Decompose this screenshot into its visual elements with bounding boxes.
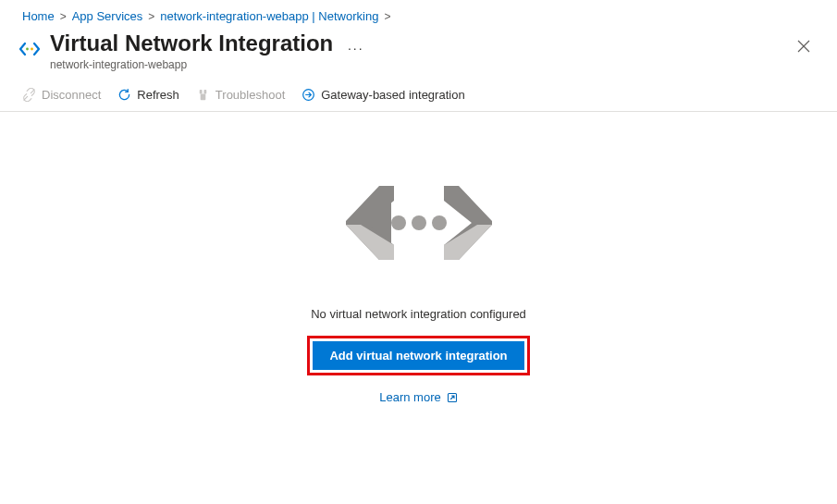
svg-point-8 (391, 215, 406, 230)
svg-rect-2 (200, 90, 203, 94)
vnet-icon (18, 38, 41, 63)
vnet-large-icon (340, 167, 498, 281)
refresh-icon (117, 88, 131, 102)
svg-point-0 (26, 48, 29, 51)
add-vnet-integration-button[interactable]: Add virtual network integration (313, 341, 523, 370)
page-title: Virtual Network Integration (50, 31, 333, 56)
toolbar: Disconnect Refresh Troubleshoot Gateway-… (0, 71, 837, 112)
empty-state-message: No virtual network integration configure… (311, 307, 526, 321)
learn-more-link[interactable]: Learn more (379, 390, 457, 404)
breadcrumb: Home > App Services > network-integratio… (0, 0, 837, 31)
breadcrumb-app-services[interactable]: App Services (72, 9, 143, 23)
svg-point-1 (31, 48, 33, 51)
troubleshoot-button: Troubleshoot (196, 88, 285, 102)
refresh-button[interactable]: Refresh (117, 88, 179, 102)
arrow-circle-icon (302, 88, 315, 102)
troubleshoot-icon (196, 88, 210, 102)
chevron-right-icon: > (60, 10, 67, 23)
svg-point-9 (412, 215, 426, 230)
page-subtitle: network-integration-webapp (50, 58, 819, 71)
refresh-label: Refresh (137, 88, 179, 102)
more-actions-button[interactable]: ··· (348, 41, 364, 55)
chevron-right-icon: > (384, 10, 390, 23)
svg-rect-4 (201, 94, 206, 101)
chevron-right-icon: > (148, 10, 154, 23)
gateway-integration-label: Gateway-based integration (321, 88, 464, 102)
gateway-integration-button[interactable]: Gateway-based integration (302, 88, 464, 102)
troubleshoot-label: Troubleshoot (215, 88, 285, 102)
disconnect-button: Disconnect (22, 88, 101, 102)
learn-more-label: Learn more (379, 390, 440, 404)
highlight-annotation: Add virtual network integration (307, 336, 529, 375)
close-button[interactable] (793, 36, 815, 58)
breadcrumb-home[interactable]: Home (22, 9, 55, 23)
external-link-icon (447, 392, 458, 403)
empty-state: No virtual network integration configure… (0, 112, 837, 404)
svg-rect-3 (203, 90, 206, 94)
close-icon (797, 40, 810, 53)
disconnect-label: Disconnect (42, 88, 101, 102)
disconnect-icon (22, 88, 36, 102)
svg-point-10 (432, 215, 447, 230)
breadcrumb-networking[interactable]: network-integration-webapp | Networking (160, 9, 378, 23)
page-header: Virtual Network Integration ··· network-… (0, 31, 837, 71)
